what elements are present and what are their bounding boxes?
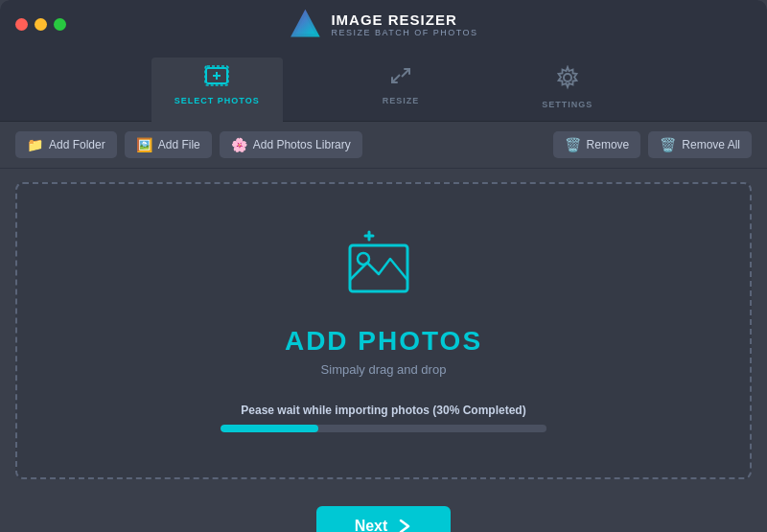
add-photos-title: ADD PHOTOS xyxy=(285,326,482,357)
resize-icon xyxy=(388,65,413,92)
step-settings[interactable]: SETTINGS xyxy=(519,58,616,121)
remove-button[interactable]: 🗑️ Remove xyxy=(553,131,641,158)
remove-all-button[interactable]: 🗑️ Remove All xyxy=(648,131,752,158)
select-photos-icon xyxy=(204,65,229,92)
add-photos-icon xyxy=(340,230,427,311)
dropzone[interactable]: ADD PHOTOS Simpaly drag and drop Pease w… xyxy=(15,182,752,479)
step-resize-label: RESIZE xyxy=(383,96,420,105)
svg-line-6 xyxy=(402,69,409,77)
steps-bar: SELECT PHOTOS RESIZE SETTINGS xyxy=(0,48,767,122)
next-button[interactable]: Next xyxy=(316,506,452,532)
add-file-button[interactable]: 🖼️ Add File xyxy=(125,131,212,158)
add-folder-button[interactable]: 📁 Add Folder xyxy=(15,131,117,158)
step-select-photos-label: SELECT PHOTOS xyxy=(174,96,260,105)
toolbar-right: 🗑️ Remove 🗑️ Remove All xyxy=(553,131,752,158)
progress-bar-background xyxy=(221,425,546,432)
remove-label: Remove xyxy=(587,138,630,151)
add-photos-subtitle: Simpaly drag and drop xyxy=(321,362,447,377)
svg-point-8 xyxy=(564,74,571,81)
add-file-label: Add File xyxy=(158,138,200,151)
remove-all-icon: 🗑️ xyxy=(660,137,676,152)
minimize-button[interactable] xyxy=(35,18,47,31)
svg-point-12 xyxy=(358,253,369,265)
app-title-block: IMAGE RESIZER RESIZE BATCH OF PHOTOS xyxy=(331,12,477,37)
next-chevron-icon xyxy=(397,519,412,532)
traffic-lights xyxy=(15,18,66,31)
app-logo-icon xyxy=(289,8,321,40)
next-label: Next xyxy=(355,518,388,532)
close-button[interactable] xyxy=(15,18,28,31)
add-photos-library-label: Add Photos Library xyxy=(253,138,351,151)
step-select-photos[interactable]: SELECT PHOTOS xyxy=(151,58,283,121)
file-icon: 🖼️ xyxy=(136,137,152,152)
remove-icon: 🗑️ xyxy=(565,137,581,152)
title-bar: IMAGE RESIZER RESIZE BATCH OF PHOTOS xyxy=(0,0,767,48)
footer: Next xyxy=(0,493,767,532)
app-header: IMAGE RESIZER RESIZE BATCH OF PHOTOS xyxy=(289,8,477,40)
app-subtitle: RESIZE BATCH OF PHOTOS xyxy=(331,28,477,37)
step-resize[interactable]: RESIZE xyxy=(360,58,443,121)
add-photos-library-button[interactable]: 🌸 Add Photos Library xyxy=(220,131,362,158)
photos-library-icon: 🌸 xyxy=(231,137,247,152)
step-settings-label: SETTINGS xyxy=(542,100,593,109)
toolbar: 📁 Add Folder 🖼️ Add File 🌸 Add Photos Li… xyxy=(0,122,767,169)
maximize-button[interactable] xyxy=(54,18,66,31)
app-title: IMAGE RESIZER xyxy=(331,12,477,28)
progress-bar-fill xyxy=(221,425,318,432)
remove-all-label: Remove All xyxy=(682,138,740,151)
add-folder-label: Add Folder xyxy=(49,138,105,151)
folder-icon: 📁 xyxy=(27,137,43,152)
progress-section: Pease wait while importing photos (30% C… xyxy=(221,404,546,432)
settings-icon xyxy=(555,65,580,96)
svg-line-7 xyxy=(392,75,400,82)
progress-label: Pease wait while importing photos (30% C… xyxy=(241,404,525,417)
